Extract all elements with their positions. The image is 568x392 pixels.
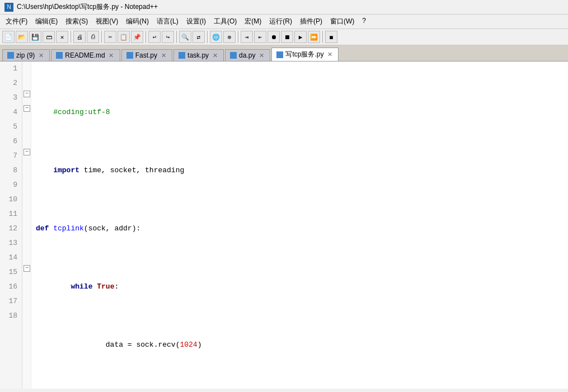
paste-button[interactable]: 📌	[131, 31, 143, 43]
tab-icon-da	[230, 52, 237, 59]
unindent-button[interactable]: ⇤	[254, 31, 266, 43]
tab-zip[interactable]: zip (9) ✕	[2, 49, 50, 61]
toolbar-sep-1	[71, 31, 71, 43]
print-button[interactable]: 🖨	[73, 31, 86, 43]
code-line-4: while True:	[34, 280, 566, 294]
tab-label-task: task.py	[187, 51, 209, 59]
code-line-2: import time, socket, threading	[34, 163, 566, 178]
tab-close-da[interactable]: ✕	[257, 51, 265, 59]
toolbar-sep-5	[207, 31, 208, 43]
tab-close-readme[interactable]: ✕	[107, 51, 115, 59]
new-button[interactable]: 📄	[2, 31, 15, 43]
macro-rec-button[interactable]: ⏺	[267, 31, 280, 43]
tab-close-task[interactable]: ✕	[211, 51, 219, 59]
menu-file[interactable]: 文件(F)	[2, 16, 31, 27]
tab-label-zip: zip (9)	[16, 51, 35, 59]
tab-label-tcpservice: 写tcp服务.py	[285, 50, 323, 59]
save-all-button[interactable]: 🗃	[43, 31, 55, 43]
toolbar-sep-7	[322, 31, 323, 43]
open-button[interactable]: 📂	[16, 31, 28, 43]
zoom-out-button[interactable]: ⊕	[223, 31, 236, 43]
fold-icon-4[interactable]: −	[24, 105, 30, 112]
menu-search[interactable]: 搜索(S)	[62, 16, 91, 27]
menu-plugins[interactable]: 插件(P)	[297, 16, 326, 27]
menu-macro[interactable]: 宏(M)	[241, 16, 265, 27]
close-button[interactable]: ✕	[56, 31, 68, 43]
app-icon: N	[4, 3, 13, 12]
fold-icon-3[interactable]: −	[24, 91, 30, 97]
fold-margin: − − − −	[22, 62, 31, 389]
toolbar-sep-6	[238, 31, 238, 43]
toolbar-sep-4	[176, 31, 177, 43]
menu-settings[interactable]: 设置(I)	[183, 16, 209, 27]
tab-close-fast[interactable]: ✕	[159, 51, 167, 59]
code-content[interactable]: #coding:utf-8 import time, socket, threa…	[31, 62, 568, 389]
tab-icon-task	[179, 52, 185, 59]
macro-play-button[interactable]: ▶	[294, 31, 307, 43]
line-numbers: 1 2 3 4 5 6 7 8 9 10 11 12 13 14 15 16 1…	[0, 62, 22, 389]
tab-readme[interactable]: README.md ✕	[51, 49, 120, 61]
toolbar-sep-2	[101, 31, 102, 43]
tab-label-da: da.py	[239, 51, 255, 59]
find-replace-button[interactable]: ⇄	[193, 31, 205, 43]
title-bar: N C:\Users\hp\Desktop\写tcp服务.py - Notepa…	[0, 0, 568, 15]
indent-button[interactable]: ⇥	[241, 31, 253, 43]
macro-stop-button[interactable]: ⏹	[281, 31, 293, 43]
menu-encoding[interactable]: 编码(N)	[123, 16, 152, 27]
tab-fast[interactable]: Fast.py ✕	[121, 49, 172, 61]
copy-button[interactable]: 📋	[118, 31, 130, 43]
menu-language[interactable]: 语言(L)	[153, 16, 182, 27]
code-editor[interactable]: 1 2 3 4 5 6 7 8 9 10 11 12 13 14 15 16 1…	[0, 62, 568, 389]
tab-close-zip[interactable]: ✕	[37, 51, 45, 59]
tab-icon-fast	[126, 52, 133, 59]
tab-da[interactable]: da.py ✕	[225, 49, 270, 61]
toolbar: 📄 📂 💾 🗃 ✕ 🖨 ⎙ ✂ 📋 📌 ↩ ↪ 🔍 ⇄ 🌐 ⊕ ⇥ ⇤ ⏺ ⏹ …	[0, 29, 568, 45]
toolbar-sep-3	[145, 31, 146, 43]
menu-help[interactable]: ?	[359, 16, 369, 27]
menu-window[interactable]: 窗口(W)	[327, 16, 358, 27]
menu-edit[interactable]: 编辑(E)	[32, 16, 61, 27]
code-line-5: data = sock.recv(1024)	[34, 338, 566, 352]
tab-label-readme: README.md	[65, 51, 105, 59]
tab-close-tcpservice[interactable]: ✕	[326, 51, 334, 59]
fold-icon-15[interactable]: −	[24, 265, 30, 272]
redo-button[interactable]: ↪	[162, 31, 174, 43]
undo-button[interactable]: ↩	[148, 31, 161, 43]
code-line-1: #coding:utf-8	[34, 105, 566, 120]
print-now-button[interactable]: ⎙	[87, 31, 99, 43]
menu-run[interactable]: 运行(R)	[266, 16, 295, 27]
menu-bar: 文件(F) 编辑(E) 搜索(S) 视图(V) 编码(N) 语言(L) 设置(I…	[0, 15, 568, 29]
window-title: C:\Users\hp\Desktop\写tcp服务.py - Notepad+…	[17, 2, 158, 12]
tab-icon-zip	[7, 52, 14, 59]
code-line-3: def tcplink(sock, addr):	[34, 221, 566, 236]
run-macro-button[interactable]: ⏩	[308, 31, 320, 43]
save-button[interactable]: 💾	[29, 31, 41, 43]
menu-view[interactable]: 视图(V)	[92, 16, 121, 27]
tab-icon-tcpservice	[276, 51, 283, 58]
menu-tools[interactable]: 工具(O)	[210, 16, 240, 27]
tab-icon-readme	[56, 52, 63, 59]
tab-label-fast: Fast.py	[135, 51, 157, 59]
tab-bar: zip (9) ✕ README.md ✕ Fast.py ✕ task.py …	[0, 45, 568, 62]
tab-task[interactable]: task.py ✕	[173, 49, 224, 61]
find-button[interactable]: 🔍	[179, 31, 191, 43]
fold-icon-7[interactable]: −	[24, 149, 30, 155]
tab-tcpservice[interactable]: 写tcp服务.py ✕	[271, 48, 339, 61]
syntax-button[interactable]: ◼	[325, 31, 337, 43]
zoom-in-button[interactable]: 🌐	[210, 31, 222, 43]
cut-button[interactable]: ✂	[104, 31, 116, 43]
